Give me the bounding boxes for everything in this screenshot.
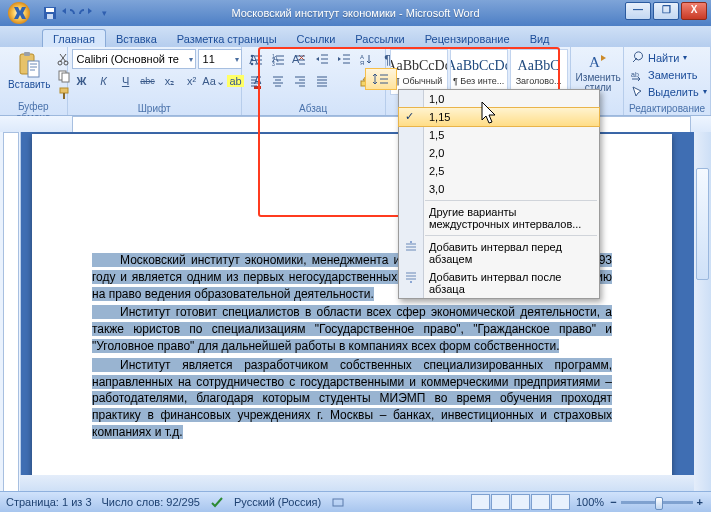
line-spacing-option-2_0[interactable]: 2,0 xyxy=(399,144,599,162)
numbering-button[interactable]: 123 xyxy=(268,49,288,69)
horizontal-scrollbar[interactable] xyxy=(20,475,694,492)
svg-rect-2 xyxy=(46,8,54,12)
line-spacing-button-ghost xyxy=(334,71,354,91)
view-web-layout[interactable] xyxy=(511,494,530,510)
vertical-scrollbar[interactable] xyxy=(694,132,711,492)
status-language[interactable]: Русский (Россия) xyxy=(234,496,321,508)
font-name-combo[interactable]: Calibri (Основной те xyxy=(72,49,196,69)
paste-label: Вставить xyxy=(8,79,50,90)
tab-0[interactable]: Главная xyxy=(42,29,106,47)
view-draft[interactable] xyxy=(551,494,570,510)
svg-rect-6 xyxy=(28,61,39,77)
italic-button[interactable]: К xyxy=(94,71,114,91)
svg-point-16 xyxy=(250,63,253,66)
svg-text:3: 3 xyxy=(272,61,275,66)
zoom-in-button[interactable]: + xyxy=(697,496,703,508)
qat-customize-icon[interactable]: ▾ xyxy=(96,5,112,21)
add-space-after[interactable]: Добавить интервал после абзаца xyxy=(399,268,599,298)
svg-point-15 xyxy=(250,59,253,62)
maximize-button[interactable]: ❐ xyxy=(653,2,679,20)
align-left-button[interactable] xyxy=(246,71,266,91)
svg-text:A: A xyxy=(589,54,600,70)
view-outline[interactable] xyxy=(531,494,550,510)
status-page[interactable]: Страница: 1 из 3 xyxy=(6,496,92,508)
change-case-button[interactable]: Aa⌄ xyxy=(204,71,224,91)
doc-p2: Институт готовит специалистов в области … xyxy=(92,305,612,353)
subscript-button[interactable]: x₂ xyxy=(160,71,180,91)
ribbon-tabs: ГлавнаяВставкаРазметка страницыСсылкиРас… xyxy=(0,26,711,47)
status-bar: Страница: 1 из 3 Число слов: 92/295 Русс… xyxy=(0,491,711,512)
zoom-out-button[interactable]: − xyxy=(610,496,616,508)
line-spacing-more[interactable]: Другие варианты междустрочных интервалов… xyxy=(399,203,599,233)
group-editing-label: Редактирование xyxy=(628,103,706,115)
underline-button[interactable]: Ч xyxy=(116,71,136,91)
qat-undo-icon[interactable] xyxy=(60,5,76,21)
view-full-screen[interactable] xyxy=(491,494,510,510)
status-words[interactable]: Число слов: 92/295 xyxy=(102,496,200,508)
align-center-button[interactable] xyxy=(268,71,288,91)
sort-button[interactable]: AЯ xyxy=(356,49,376,69)
replace-button[interactable]: abЗаменить xyxy=(628,66,709,83)
svg-rect-26 xyxy=(333,499,343,506)
status-overtype-icon[interactable] xyxy=(331,495,345,509)
superscript-button[interactable]: x² xyxy=(182,71,202,91)
line-spacing-option-1_5[interactable]: 1,5 xyxy=(399,126,599,144)
find-button[interactable]: Найти▾ xyxy=(628,49,709,66)
decrease-indent-button[interactable] xyxy=(312,49,332,69)
qat-save-icon[interactable] xyxy=(42,5,58,21)
line-spacing-option-1_15[interactable]: ✓1,15 xyxy=(398,107,600,127)
minimize-button[interactable]: — xyxy=(625,2,651,20)
line-spacing-option-2_5[interactable]: 2,5 xyxy=(399,162,599,180)
paste-button[interactable]: Вставить xyxy=(4,49,54,92)
font-size-combo[interactable]: 11 xyxy=(198,49,242,69)
svg-rect-3 xyxy=(47,14,53,19)
office-button[interactable] xyxy=(0,0,38,26)
tab-3[interactable]: Ссылки xyxy=(287,30,346,47)
tab-1[interactable]: Вставка xyxy=(106,30,167,47)
line-spacing-option-1_0[interactable]: 1,0 xyxy=(399,90,599,108)
svg-rect-5 xyxy=(24,52,30,56)
zoom-slider-thumb[interactable] xyxy=(655,497,663,510)
status-proofing-icon[interactable] xyxy=(210,495,224,509)
line-spacing-button[interactable] xyxy=(365,68,397,90)
tab-5[interactable]: Рецензирование xyxy=(415,30,520,47)
strike-button[interactable]: abc xyxy=(138,71,158,91)
svg-text:ab: ab xyxy=(631,71,639,78)
align-right-button[interactable] xyxy=(290,71,310,91)
justify-button[interactable] xyxy=(312,71,332,91)
add-space-before[interactable]: Добавить интервал перед абзацем xyxy=(399,238,599,268)
qat-redo-icon[interactable] xyxy=(78,5,94,21)
tab-6[interactable]: Вид xyxy=(520,30,560,47)
zoom-slider[interactable] xyxy=(621,501,693,504)
line-spacing-option-3_0[interactable]: 3,0 xyxy=(399,180,599,198)
group-paragraph-label: Абзац xyxy=(246,103,381,115)
ribbon: Вставить Буфер обмена Calibri (Основной … xyxy=(0,47,711,116)
group-font-label: Шрифт xyxy=(72,103,237,115)
tab-4[interactable]: Рассылки xyxy=(345,30,414,47)
tab-2[interactable]: Разметка страницы xyxy=(167,30,287,47)
close-button[interactable]: X xyxy=(681,2,707,20)
increase-indent-button[interactable] xyxy=(334,49,354,69)
svg-rect-12 xyxy=(63,93,65,99)
bullets-button[interactable] xyxy=(246,49,266,69)
select-button[interactable]: Выделить▾ xyxy=(628,83,709,100)
svg-text:Я: Я xyxy=(360,60,364,66)
bold-button[interactable]: Ж xyxy=(72,71,92,91)
view-print-layout[interactable] xyxy=(471,494,490,510)
ruler-vertical[interactable] xyxy=(0,132,21,492)
svg-point-14 xyxy=(250,55,253,58)
line-spacing-menu: 1,0✓1,151,52,02,53,0 Другие варианты меж… xyxy=(398,89,600,299)
doc-p3: Институт является разработчиком собствен… xyxy=(92,358,612,439)
zoom-level[interactable]: 100% xyxy=(576,496,604,508)
multilevel-button[interactable] xyxy=(290,49,310,69)
scrollbar-thumb[interactable] xyxy=(696,168,709,280)
